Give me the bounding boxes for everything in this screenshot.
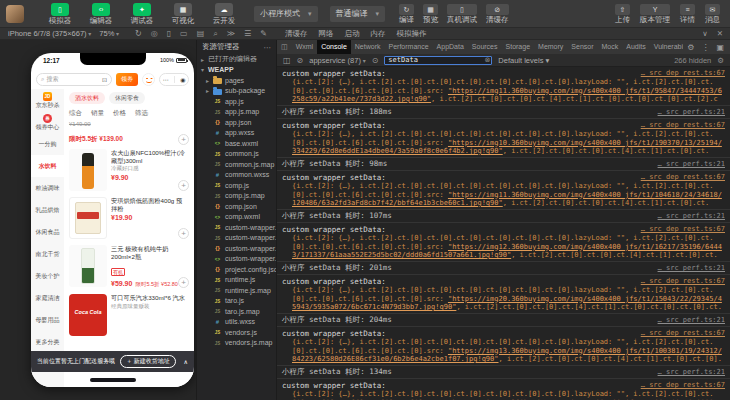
device-icon[interactable]: ▯ [167,29,171,39]
fast-forward-icon[interactable]: ≫ [227,29,235,39]
sort-option[interactable]: 销量 [91,109,104,118]
cloud-dev-button[interactable]: ☁ 云开发 [206,3,242,25]
file-tree-item[interactable]: custom-wrapper.js.map [197,233,276,244]
product-card[interactable]: 安琪烘焙低筋面粉400g 预拌粉 ¥19.90 + [69,197,190,239]
source-link[interactable]: … src_perf.ts:21 [658,263,725,273]
scale-dropdown[interactable]: 75% [99,29,119,38]
console-log-entry[interactable]: … src_dep_rest.ts:67 custom wrapper setD… [277,379,730,400]
console-log-entry[interactable]: … src_perf.ts:21 小程序 setData 耗时: 204ms [277,314,730,327]
source-link[interactable]: … src_dep_rest.ts:67 [641,381,725,389]
log-object-preview[interactable]: {i.ct.[2]: {…}, i.ct.[2].ct.[0].ct.[0].c… [292,338,725,363]
collapse-caret-icon[interactable]: ∧ [184,358,188,365]
more-icon[interactable]: ⋯ [264,43,272,52]
devtools-tab[interactable]: Mock [598,40,623,54]
product-card[interactable]: 农夫山泉NFC100%橙汁(冷藏型)300ml 冷藏好口感 ¥9.90 + [69,149,190,191]
open-editors-section[interactable]: ▸已打开的编辑器 [197,54,276,65]
console-log-entry[interactable]: … src_perf.ts:21 小程序 setData 耗时: 98ms [277,158,730,171]
edit-icon[interactable]: ✎ [260,29,267,39]
toolbar-menu-item[interactable]: 启动 [344,29,359,39]
file-tree-item[interactable]: custom-wrapper.js [197,222,276,233]
file-tree-item[interactable]: common.wxss [197,170,276,181]
remote-debug-button[interactable]: ▯ 真机调试 [447,4,477,24]
file-tree-item[interactable]: app.js [197,96,276,107]
log-object-preview[interactable]: {i.ct.[2]: {…}, i.ct.[2].ct.[0].ct.[0].c… [292,234,725,259]
search-input[interactable]: ⌕ 搜索 ⊡ [36,73,112,86]
file-tree-item[interactable]: base.wxml [197,138,276,149]
console-log-entry[interactable]: … src_dep_rest.ts:67 custom wrapper setD… [277,67,730,106]
devtools-tab[interactable]: Performance [385,40,433,54]
sort-option[interactable]: 价格 [113,109,126,118]
version-control-button[interactable]: Y 版本管理 [640,4,670,24]
sort-option[interactable]: 综合 [69,109,82,118]
file-tree-item[interactable]: ▸ sub-package [197,86,276,97]
scan-icon[interactable]: ⊡ [102,76,107,83]
category-item[interactable]: 更多分类 [31,331,64,353]
log-object-preview[interactable]: {i.ct.[2]: {…}, i.ct.[2].ct.[0].ct.[0].c… [292,182,725,207]
clear-console-icon[interactable]: ⊘ [297,56,304,65]
category-item[interactable]: 券 领券中心 [31,111,64,133]
console-log-entry[interactable]: … src_perf.ts:21 小程序 setData 耗时: 107ms [277,210,730,223]
compile-button[interactable]: ↻ 编译 [399,4,414,24]
device-dropdown[interactable]: iPhone 6/7/8 (375×667) [8,29,91,38]
debugger-button[interactable]: ✦ 调试器 [124,3,160,25]
source-link[interactable]: … src_perf.ts:21 [658,315,725,325]
add-to-cart-button[interactable]: + [178,277,189,288]
log-object-preview[interactable]: {i.ct.[2]: {…}, i.ct.[2].ct.[0].ct.[0].c… [292,78,725,103]
category-item[interactable]: JD 京东秒杀 [31,89,64,111]
coupon-button[interactable]: 领券 [116,73,138,86]
file-tree-item[interactable]: custom-wrapper.json [197,243,276,254]
category-item[interactable]: 一分购 [31,133,64,155]
toolbar-menu-item[interactable]: 网络 [318,29,333,39]
file-tree-item[interactable]: comp.js [197,180,276,191]
eye-icon[interactable]: ⊙ [372,56,379,65]
source-link[interactable]: … src_dep_rest.ts:67 [641,69,725,77]
message-button[interactable]: ✉ 消息 [705,4,720,24]
sidebar-toggle-icon[interactable]: ◫ [283,56,291,65]
file-tree-item[interactable]: taro.js [197,296,276,307]
file-tree-item[interactable]: common.js.map [197,159,276,170]
add-to-cart-button[interactable]: + [178,180,189,191]
log-object-preview[interactable]: {i.ct.[2]: {…}, i.ct.[2].ct.[0].ct.[0].c… [292,286,725,311]
close-icon[interactable]: ✕ [717,29,723,38]
devtools-tab[interactable]: Memory [534,40,567,54]
filter-pill[interactable]: 休闲零食 [109,92,145,104]
filter-pill[interactable]: 酒水饮料 [69,92,105,104]
devtools-tab[interactable]: Console [317,40,351,54]
file-tree-item[interactable]: app.js.map [197,107,276,118]
file-tree-item[interactable]: project.config.json [197,264,276,275]
more-icon[interactable]: ⋯ [163,76,169,83]
toolbar-menu-item[interactable]: 清缓存 [285,29,308,39]
new-address-button[interactable]: ＋ 新建收货地址 [120,355,176,368]
gear-icon[interactable]: ⚙ [687,43,694,52]
file-tree-item[interactable]: app.json [197,117,276,128]
log-levels-dropdown[interactable]: Default levels ▾ [498,56,549,65]
compile-mode-dropdown[interactable]: 普通编译 [330,6,386,22]
category-item[interactable]: 粮油调味 [31,177,64,199]
category-item[interactable]: 母婴用品 [31,309,64,331]
console-settings-icon[interactable]: ⚙ [717,56,724,65]
devtools-tab[interactable]: AppData [433,40,468,54]
devtools-tab[interactable]: Sensor [567,40,597,54]
file-tree-item[interactable]: comp.js.map [197,191,276,202]
console-log-entry[interactable]: … src_dep_rest.ts:67 custom wrapper setD… [277,223,730,262]
search-icon[interactable]: ⌕ [213,29,217,39]
clear-filter-icon[interactable]: ⊗ [484,56,490,64]
file-tree-item[interactable]: utils.wxss [197,317,276,328]
refresh-icon[interactable]: ↻ [135,29,142,39]
console-log-entry[interactable]: … src_dep_rest.ts:67 custom wrapper setD… [277,327,730,366]
console-log-entry[interactable]: … src_perf.ts:21 小程序 setData 耗时: 188ms [277,106,730,119]
toolbar-menu-item[interactable]: 内存 [370,29,385,39]
category-item[interactable]: 美妆个护 [31,265,64,287]
upload-button[interactable]: ⇧ 上传 [615,4,630,24]
simulator-button[interactable]: ▯ 模拟器 [42,3,78,25]
category-item[interactable]: 乳品烘焙 [31,199,64,221]
joy-avatar-icon[interactable] [142,73,155,86]
category-item[interactable]: 南北干货 [31,243,64,265]
console-log-entry[interactable]: … src_dep_rest.ts:67 custom wrapper setD… [277,275,730,314]
preview-button[interactable]: ▦ 预览 [423,4,438,24]
add-to-cart-button[interactable]: + [178,228,189,239]
source-link[interactable]: … src_dep_rest.ts:67 [641,277,725,285]
category-item[interactable]: 休闲食品 [31,221,64,243]
devtools-tab[interactable]: Storage [502,40,535,54]
console-log-entry[interactable]: … src_perf.ts:21 小程序 setData 耗时: 134ms [277,366,730,379]
